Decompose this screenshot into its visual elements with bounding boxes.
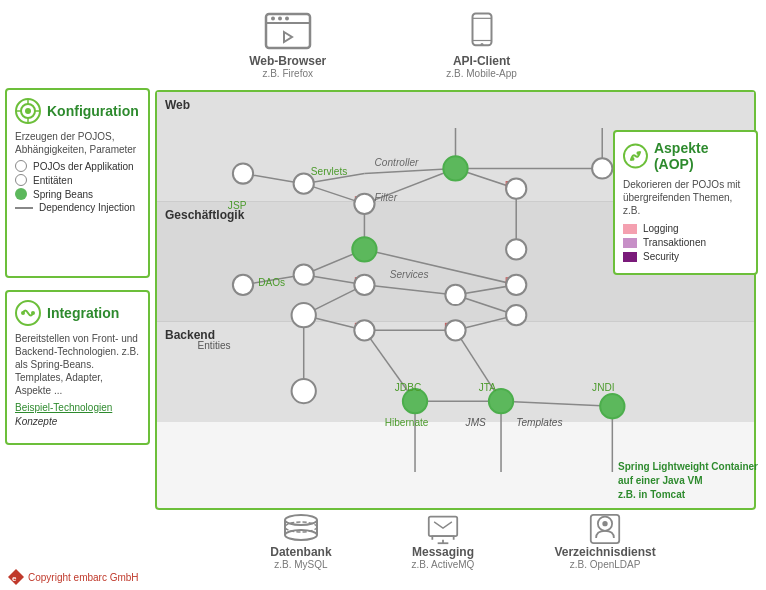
legend-dependency-label: Dependency Injection [39, 202, 135, 213]
logging-label: Logging [643, 223, 679, 234]
svg-point-11 [25, 108, 31, 114]
legend-dependency: Dependency Injection [15, 202, 140, 213]
database-label: Datenbank [270, 545, 331, 559]
legend-pojos: POJOs der Applikation [15, 160, 140, 172]
legend-pojos-label: POJOs der Applikation [33, 161, 134, 172]
konfiguration-title: Konfiguration [47, 103, 139, 119]
svg-rect-99 [591, 515, 619, 543]
aspekte-icon [623, 143, 648, 169]
svg-text:e: e [12, 574, 17, 583]
legend-transaktionen: Transaktionen [623, 237, 748, 248]
spring-line2: auf einer Java VM [618, 474, 758, 488]
panel-aspekte: Aspekte (AOP) Dekorieren der POJOs mit ü… [613, 130, 758, 275]
business-label: Geschäftlogik [165, 208, 244, 222]
copyright-bar: e Copyright embarc GmbH [8, 569, 139, 585]
messaging-sub: z.B. ActiveMQ [412, 559, 475, 570]
svg-point-2 [271, 17, 275, 21]
panel-integration: Integration Bereitstellen von Front- und… [5, 290, 150, 445]
directory-icon [585, 513, 625, 545]
svg-point-92 [285, 530, 317, 540]
database-item: Datenbank z.B. MySQL [270, 513, 331, 570]
backend-label: Backend [165, 328, 215, 342]
bottom-icons: Datenbank z.B. MySQL Messaging z.B. Acti… [160, 513, 766, 570]
svg-point-98 [602, 521, 607, 526]
panel-konfiguration: Konfiguration Erzeugen der POJOS, Abhäng… [5, 88, 150, 278]
integration-title-row: Integration [15, 300, 140, 326]
security-box [623, 252, 637, 262]
logging-box [623, 224, 637, 234]
messaging-item: Messaging z.B. ActiveMQ [412, 513, 475, 570]
backend-layer-bg [157, 322, 754, 422]
svg-point-8 [480, 43, 483, 46]
directory-label: Verzeichnisdienst [554, 545, 655, 559]
database-icon [281, 513, 321, 545]
copyright-text: Copyright embarc GmbH [28, 572, 139, 583]
konfiguration-icon [15, 98, 41, 124]
security-label: Security [643, 251, 679, 262]
api-label: API-Client [453, 54, 510, 68]
copyright-logo: e [8, 569, 24, 585]
svg-point-88 [636, 151, 640, 155]
svg-point-3 [278, 17, 282, 21]
svg-point-13 [21, 311, 25, 315]
browser-icon [264, 12, 312, 50]
integration-link[interactable]: Beispiel-Technologien [15, 402, 112, 413]
spring-line3: z.B. in Tomcat [618, 488, 758, 502]
svg-point-87 [631, 157, 635, 161]
legend-spring-beans: Spring Beans [15, 188, 140, 200]
svg-point-4 [285, 17, 289, 21]
legend-line [15, 207, 33, 209]
top-icons: Web-Browser z.B. Firefox API-Client z.B.… [0, 0, 766, 79]
konfiguration-desc: Erzeugen der POJOS, Abhängigkeiten, Para… [15, 130, 140, 156]
browser-label: Web-Browser [249, 54, 326, 68]
legend-spring-beans-label: Spring Beans [33, 189, 93, 200]
legend-security: Security [623, 251, 748, 262]
browser-sub: z.B. Firefox [262, 68, 313, 79]
konfiguration-title-row: Konfiguration [15, 98, 140, 124]
spring-line1: Spring Lightweight Container [618, 460, 758, 474]
integration-icon [15, 300, 41, 326]
integration-italic: Konzepte [15, 416, 57, 427]
messaging-icon [423, 513, 463, 545]
aspekte-title: Aspekte (AOP) [654, 140, 748, 172]
legend-entitaeten: Entitäten [15, 174, 140, 186]
legend-empty-circle-2 [15, 174, 27, 186]
aspekte-legend: Logging Transaktionen Security [623, 223, 748, 262]
phone-icon [468, 12, 496, 50]
svg-rect-94 [429, 517, 457, 537]
directory-sub: z.B. OpenLDAP [570, 559, 641, 570]
api-client-item: API-Client z.B. Mobile-App [446, 12, 517, 79]
konfiguration-legend: POJOs der Applikation Entitäten Spring B… [15, 160, 140, 213]
svg-point-14 [31, 311, 35, 315]
directory-item: Verzeichnisdienst z.B. OpenLDAP [554, 513, 655, 570]
aspekte-title-row: Aspekte (AOP) [623, 140, 748, 172]
spring-container-label: Spring Lightweight Container auf einer J… [618, 460, 758, 502]
transaktionen-box [623, 238, 637, 248]
legend-entitaeten-label: Entitäten [33, 175, 72, 186]
aspekte-desc: Dekorieren der POJOs mit übergreifenden … [623, 178, 748, 217]
legend-green-circle [15, 188, 27, 200]
web-label: Web [165, 98, 190, 112]
transaktionen-label: Transaktionen [643, 237, 706, 248]
api-sub: z.B. Mobile-App [446, 68, 517, 79]
legend-empty-circle-1 [15, 160, 27, 172]
integration-title: Integration [47, 305, 119, 321]
legend-logging: Logging [623, 223, 748, 234]
database-sub: z.B. MySQL [274, 559, 327, 570]
integration-desc: Bereitstellen von Front- und Backend-Tec… [15, 332, 140, 397]
messaging-label: Messaging [412, 545, 474, 559]
web-browser-item: Web-Browser z.B. Firefox [249, 12, 326, 79]
